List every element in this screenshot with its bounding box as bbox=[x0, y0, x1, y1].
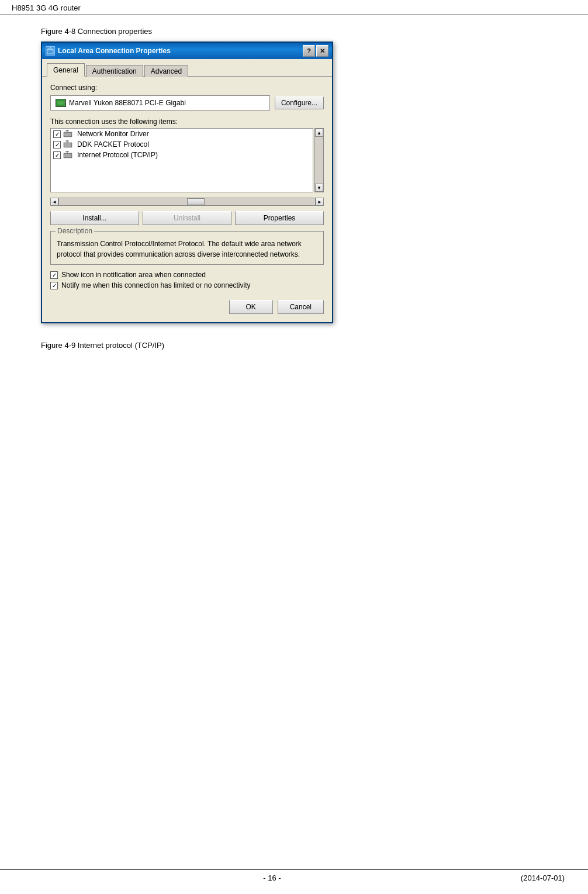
scroll-thumb-h bbox=[187, 198, 205, 205]
description-text: Transmission Control Protocol/Internet P… bbox=[57, 239, 317, 260]
dialog-body: Connect using: Marvell Yukon 88E8071 PCI… bbox=[42, 77, 332, 322]
svg-rect-3 bbox=[57, 101, 64, 105]
item-checkbox-3[interactable] bbox=[53, 151, 61, 159]
show-icon-checkbox[interactable] bbox=[50, 271, 58, 279]
scroll-up-arrow[interactable]: ▲ bbox=[315, 129, 323, 137]
svg-rect-6 bbox=[64, 133, 71, 136]
notify-checkbox[interactable] bbox=[50, 282, 58, 289]
scroll-down-arrow[interactable]: ▼ bbox=[315, 184, 323, 192]
bottom-checks: Show icon in notification area when conn… bbox=[50, 271, 324, 289]
dialog-title-left: Local Area Connection Properties bbox=[46, 46, 171, 56]
page-footer: - 16 - (2014-07-01) bbox=[0, 869, 588, 882]
tab-advanced[interactable]: Advanced bbox=[144, 65, 188, 77]
figure48-caption: Figure 4-8 Connection properties bbox=[41, 27, 553, 36]
page-header: H8951 3G 4G router bbox=[0, 0, 588, 15]
description-group: Description Transmission Control Protoco… bbox=[50, 231, 324, 265]
vertical-scrollbar[interactable]: ▲ ▼ bbox=[314, 128, 324, 192]
item-label-2: DDK PACKET Protocol bbox=[77, 140, 149, 149]
dialog-app-icon bbox=[46, 46, 55, 56]
help-button[interactable]: ? bbox=[303, 45, 315, 57]
configure-button[interactable]: Configure... bbox=[275, 96, 324, 109]
svg-rect-4 bbox=[64, 102, 65, 103]
svg-rect-0 bbox=[47, 50, 53, 54]
page-title: H8951 3G 4G router bbox=[12, 4, 81, 12]
install-button[interactable]: Install... bbox=[50, 211, 139, 225]
tab-general[interactable]: General bbox=[47, 63, 85, 77]
dialog-title-text: Local Area Connection Properties bbox=[58, 47, 171, 55]
svg-marker-1 bbox=[47, 47, 53, 50]
dialog-wrapper: Local Area Connection Properties ? ✕ Gen… bbox=[41, 42, 553, 323]
footer-right: (2014-07-01) bbox=[521, 874, 565, 882]
net-icon-3 bbox=[63, 151, 75, 159]
notify-label: Notify me when this connection has limit… bbox=[61, 281, 251, 289]
dialog-tabs: General Authentication Advanced bbox=[42, 59, 332, 77]
properties-button[interactable]: Properties bbox=[235, 211, 324, 225]
svg-rect-10 bbox=[64, 143, 71, 147]
dialog-titlebar: Local Area Connection Properties ? ✕ bbox=[42, 43, 332, 59]
scroll-left-arrow[interactable]: ◄ bbox=[50, 198, 58, 206]
net-icon-2 bbox=[63, 140, 75, 149]
check-row-2: Notify me when this connection has limit… bbox=[50, 281, 324, 289]
footer-center: - 16 - bbox=[263, 874, 281, 882]
scroll-right-arrow[interactable]: ► bbox=[316, 198, 324, 206]
ok-button[interactable]: OK bbox=[229, 300, 273, 314]
item-checkbox-1[interactable] bbox=[53, 130, 61, 138]
cancel-button[interactable]: Cancel bbox=[278, 300, 324, 314]
net-icon-1 bbox=[63, 130, 75, 138]
item-checkbox-2[interactable] bbox=[53, 141, 61, 149]
list-item[interactable]: Internet Protocol (TCP/IP) bbox=[51, 150, 313, 160]
check-row-1: Show icon in notification area when conn… bbox=[50, 271, 324, 279]
show-icon-label: Show icon in notification area when conn… bbox=[61, 271, 206, 279]
connect-using-label: Connect using: bbox=[50, 84, 324, 92]
horizontal-scrollbar[interactable]: ◄ ► bbox=[50, 197, 324, 206]
items-list: Network Monitor Driver bbox=[50, 128, 313, 192]
adapter-name: Marvell Yukon 88E8071 PCI-E Gigabi bbox=[69, 99, 186, 107]
list-item[interactable]: Network Monitor Driver bbox=[51, 129, 313, 139]
list-item[interactable]: DDK PACKET Protocol bbox=[51, 139, 313, 150]
description-group-label: Description bbox=[56, 227, 94, 235]
dialog-title-buttons: ? ✕ bbox=[303, 45, 328, 57]
scroll-track bbox=[315, 137, 323, 184]
item-label-1: Network Monitor Driver bbox=[77, 130, 149, 138]
dialog-footer: OK Cancel bbox=[50, 298, 324, 314]
svg-rect-14 bbox=[64, 154, 71, 157]
adapter-icon bbox=[56, 99, 66, 107]
items-list-wrapper: Network Monitor Driver bbox=[50, 128, 324, 192]
page-content: Figure 4-8 Connection properties Local A… bbox=[0, 15, 588, 361]
figure49-caption: Figure 4-9 Internet protocol (TCP/IP) bbox=[41, 341, 553, 350]
uninstall-button[interactable]: Uninstall bbox=[143, 211, 231, 225]
connection-properties-dialog: Local Area Connection Properties ? ✕ Gen… bbox=[41, 42, 333, 323]
adapter-box: Marvell Yukon 88E8071 PCI-E Gigabi bbox=[50, 95, 270, 111]
action-buttons: Install... Uninstall Properties bbox=[50, 211, 324, 225]
scroll-track-h bbox=[58, 198, 316, 206]
tab-authentication[interactable]: Authentication bbox=[86, 65, 143, 77]
items-label: This connection uses the following items… bbox=[50, 118, 324, 126]
adapter-row: Marvell Yukon 88E8071 PCI-E Gigabi Confi… bbox=[50, 95, 324, 111]
item-label-3: Internet Protocol (TCP/IP) bbox=[77, 151, 158, 159]
close-button[interactable]: ✕ bbox=[316, 45, 328, 57]
